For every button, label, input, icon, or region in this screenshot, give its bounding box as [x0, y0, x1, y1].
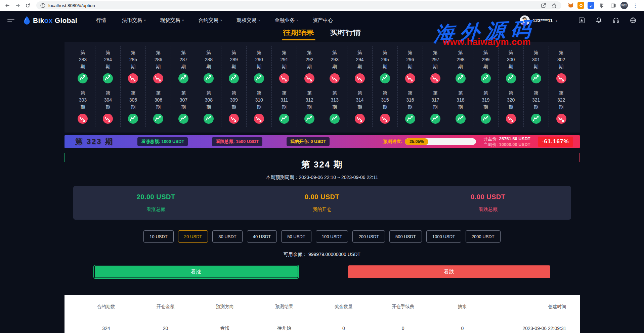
- nav-menu-item[interactable]: 资产中心: [313, 17, 335, 24]
- period-suffix: 期: [80, 63, 85, 70]
- support-headset-icon[interactable]: [612, 17, 619, 24]
- period-prefix: 第: [357, 49, 362, 56]
- period-suffix: 期: [307, 63, 312, 70]
- nav-menu-item[interactable]: 合约交易 ∨: [198, 17, 222, 24]
- table-header-cell: 开仓金额: [136, 304, 195, 310]
- url-text[interactable]: localhost:8080/#/option: [48, 3, 536, 8]
- period-prefix: 第: [156, 49, 161, 56]
- browser-menu-icon[interactable]: ⋮: [631, 2, 639, 9]
- period-number: 320: [507, 97, 515, 104]
- url-bar[interactable]: localhost:8080/#/option: [36, 1, 561, 9]
- period-row-1: 第 283 期 第 284: [71, 46, 574, 87]
- amount-button[interactable]: 20 USDT: [178, 230, 208, 243]
- period-prefix: 第: [383, 89, 387, 97]
- trend-icon: [279, 114, 289, 124]
- period-suffix: 期: [80, 104, 85, 111]
- period-suffix: 期: [206, 63, 211, 70]
- trend-icon: [430, 73, 440, 83]
- stat-value: 0.00 USDT: [305, 193, 339, 201]
- period-suffix: 期: [131, 63, 135, 70]
- back-icon[interactable]: [3, 1, 11, 9]
- amount-button[interactable]: 1000 USDT: [426, 230, 461, 243]
- forward-icon[interactable]: [13, 1, 22, 9]
- bookmark-star-icon[interactable]: [550, 1, 558, 9]
- period-cell: 第 300 期: [499, 46, 524, 87]
- badge-value: 1500 USDT: [236, 139, 259, 144]
- trend-icon: [103, 73, 113, 83]
- site-info-icon[interactable]: [40, 2, 46, 8]
- amount-button[interactable]: 2000 USDT: [466, 230, 501, 243]
- brand-logo[interactable]: Bikox Global: [23, 16, 77, 25]
- amount-button[interactable]: 500 USDT: [389, 230, 422, 243]
- amount-button[interactable]: 30 USDT: [212, 230, 242, 243]
- period-cell: 第 314 期: [347, 87, 373, 127]
- amount-button[interactable]: 40 USDT: [247, 230, 277, 243]
- period-prefix: 第: [307, 89, 312, 97]
- period-suffix: 期: [559, 104, 564, 111]
- tab[interactable]: 实时行情: [329, 30, 362, 41]
- period-suffix: 期: [383, 63, 387, 70]
- table-cell: 0: [314, 326, 373, 331]
- chevron-down-icon: ∨: [220, 19, 222, 22]
- notifications-bell-icon[interactable]: [595, 17, 602, 24]
- progress-label: 预测进度:: [383, 139, 402, 145]
- trend-icon: [153, 73, 163, 83]
- blue-extension-icon[interactable]: [588, 2, 594, 9]
- period-cell: 第 301 期: [524, 46, 549, 87]
- open-price-value: 25751.50 USDT: [499, 136, 530, 141]
- download-app-icon[interactable]: [578, 17, 585, 24]
- language-globe-icon[interactable]: [630, 17, 637, 24]
- period-number: 312: [305, 97, 313, 104]
- period-suffix: 期: [105, 104, 110, 111]
- period-prefix: 第: [282, 89, 287, 97]
- amount-button[interactable]: 100 USDT: [316, 230, 348, 243]
- nav-menu-item[interactable]: 行情: [96, 17, 108, 24]
- share-icon[interactable]: [539, 1, 547, 9]
- nav-menu-item[interactable]: 现货交易 ∨: [160, 17, 184, 24]
- period-prefix: 第: [80, 49, 85, 56]
- period-number: 300: [507, 56, 515, 63]
- amount-button[interactable]: 200 USDT: [352, 230, 385, 243]
- period-suffix: 期: [156, 63, 161, 70]
- table-cell: 324: [77, 326, 136, 331]
- period-number: 305: [129, 97, 137, 104]
- period-cell: 第 313 期: [322, 87, 347, 127]
- browser-profile-avatar[interactable]: 科技: [620, 2, 628, 9]
- amount-button[interactable]: 50 USDT: [281, 230, 311, 243]
- trend-icon: [279, 73, 289, 83]
- trend-icon: [456, 73, 466, 83]
- period-suffix: 期: [483, 63, 488, 70]
- period-suffix: 期: [483, 104, 488, 111]
- amount-options: 10 USDT20 USDT30 USDT40 USDT50 USDT100 U…: [65, 230, 580, 243]
- period-number: 299: [482, 56, 489, 63]
- current-round-banner: 第 323 期 看涨总额: 1000 USDT看跌总额: 1500 USDT我的…: [65, 135, 580, 148]
- amount-button[interactable]: 10 USDT: [143, 230, 173, 243]
- tab[interactable]: 往期结果: [282, 30, 315, 41]
- buy-up-button[interactable]: 看涨: [94, 265, 298, 278]
- extensions-puzzle-icon[interactable]: [598, 1, 606, 9]
- droplet-logo-icon: [23, 16, 31, 25]
- reload-icon[interactable]: [24, 1, 32, 9]
- divider: [568, 17, 568, 24]
- nav-menu-item[interactable]: 法币交易 ∨: [122, 17, 146, 24]
- period-prefix: 第: [408, 89, 413, 97]
- user-menu[interactable]: 123****11 ∨: [520, 15, 558, 26]
- metamask-icon[interactable]: [567, 2, 574, 9]
- trend-icon: [78, 73, 88, 83]
- side-panel-icon[interactable]: [609, 1, 617, 9]
- nav-menu-item[interactable]: 期权交易 ∨: [237, 17, 261, 24]
- period-number: 294: [356, 56, 363, 63]
- period-cell: 第 287 期: [171, 46, 196, 87]
- past-results-panel: 第 283 期 第 284: [65, 42, 580, 133]
- period-suffix: 期: [257, 63, 261, 70]
- banner-badge: 看涨总额: 1000 USDT: [137, 137, 188, 146]
- period-suffix: 期: [231, 63, 236, 70]
- wallet-extension-icon[interactable]: [577, 2, 584, 9]
- buy-down-button[interactable]: 看跌: [348, 265, 550, 278]
- period-suffix: 期: [332, 63, 337, 70]
- hamburger-menu-icon[interactable]: [7, 19, 15, 22]
- nav-menu-item[interactable]: 金融业务 ∨: [274, 17, 299, 24]
- period-prefix: 第: [156, 89, 161, 97]
- period-suffix: 期: [433, 104, 438, 111]
- main-content: 往期结果实时行情 第 283 期: [0, 30, 644, 333]
